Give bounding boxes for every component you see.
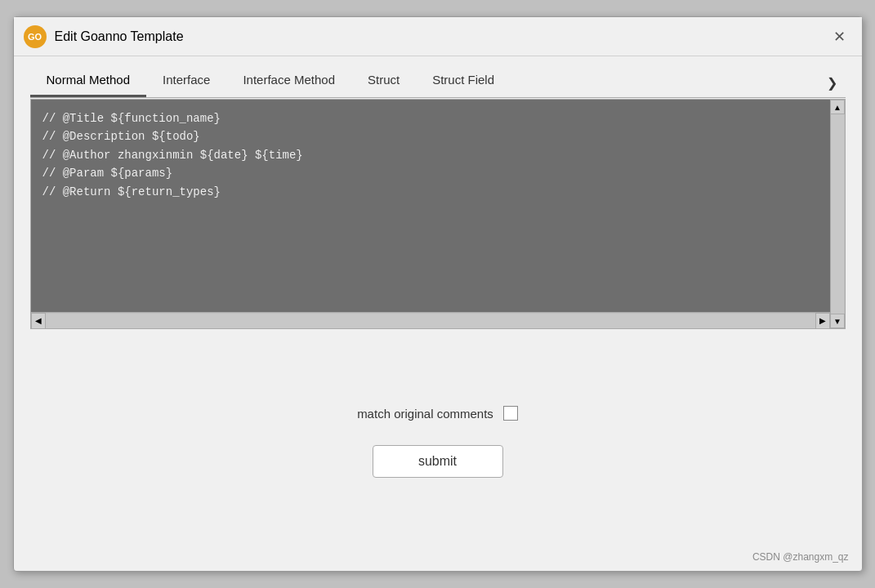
watermark: CSDN @zhangxm_qz bbox=[752, 551, 849, 563]
app-icon: GO bbox=[24, 25, 47, 48]
scrollbar-thumb-v[interactable] bbox=[831, 114, 844, 314]
bottom-area: match original comments submit bbox=[30, 329, 846, 555]
tab-interface-method[interactable]: Interface Method bbox=[226, 65, 351, 97]
scrollbar-down-arrow[interactable]: ▼ bbox=[830, 314, 845, 328]
scrollbar-up-arrow[interactable]: ▲ bbox=[830, 100, 845, 114]
match-row: match original comments bbox=[357, 406, 518, 421]
scrollbar-thumb-h[interactable] bbox=[46, 314, 815, 328]
editor-textarea[interactable]: // @Title ${function_name} // @Descripti… bbox=[31, 100, 830, 328]
tab-struct[interactable]: Struct bbox=[351, 65, 416, 97]
dialog: GO Edit Goanno Template ✕ Normal Method … bbox=[13, 16, 863, 572]
tab-normal-method[interactable]: Normal Method bbox=[30, 65, 147, 97]
editor-scrollbar-horizontal: ◀ ▶ bbox=[31, 312, 830, 328]
tab-struct-field[interactable]: Struct Field bbox=[416, 65, 511, 97]
editor-scrollbar-vertical: ▲ ▼ bbox=[830, 100, 845, 328]
tabs-container: Normal Method Interface Interface Method… bbox=[30, 65, 846, 98]
tab-overflow-button[interactable]: ❯ bbox=[819, 69, 846, 97]
scrollbar-right-arrow[interactable]: ▶ bbox=[815, 313, 830, 329]
tab-interface[interactable]: Interface bbox=[146, 65, 226, 97]
match-checkbox[interactable] bbox=[503, 406, 518, 421]
title-bar: GO Edit Goanno Template ✕ bbox=[14, 17, 862, 56]
close-button[interactable]: ✕ bbox=[828, 24, 852, 49]
match-label: match original comments bbox=[357, 407, 493, 421]
editor-wrapper: // @Title ${function_name} // @Descripti… bbox=[30, 99, 846, 329]
dialog-title: Edit Goanno Template bbox=[55, 29, 819, 44]
scrollbar-left-arrow[interactable]: ◀ bbox=[31, 313, 46, 329]
submit-button[interactable]: submit bbox=[373, 445, 503, 478]
dialog-content: Normal Method Interface Interface Method… bbox=[14, 56, 862, 571]
